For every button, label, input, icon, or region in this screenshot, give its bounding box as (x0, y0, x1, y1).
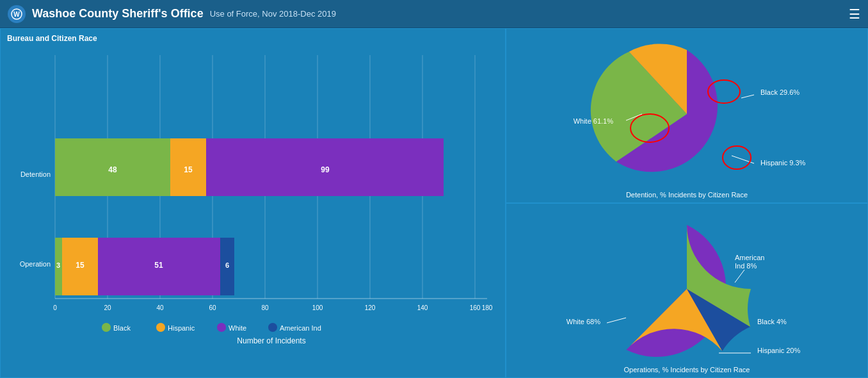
y-label-operation: Operation (20, 260, 51, 268)
legend-black-dot (102, 323, 111, 332)
operations-white-label: White 68% (567, 318, 600, 325)
svg-text:W: W (13, 11, 20, 18)
svg-line-23 (741, 95, 754, 98)
operations-pie-title: Operations, % Incidents by Citizen Race (506, 366, 867, 374)
header: W Washoe County Sheriff's Office Use of … (0, 0, 868, 28)
legend-white-dot (217, 323, 226, 332)
detention-white-label: White 61.1% (574, 117, 614, 125)
svg-text:60: 60 (209, 304, 216, 311)
detention-hispanic-label: 15 (184, 165, 193, 174)
operations-pie-svg: White 68% Hispanic 20% Black 4% American… (514, 206, 860, 375)
logo-icon: W (11, 8, 22, 20)
operations-pie-container: White 68% Hispanic 20% Black 4% American… (506, 203, 868, 378)
page-title: Washoe County Sheriff's Office (32, 7, 204, 21)
operation-amerind-label: 6 (225, 261, 229, 269)
pie-charts-panel: White 61.1% Black 29.6% Hispanic 9.3% De… (506, 28, 868, 378)
svg-text:100: 100 (312, 304, 323, 311)
svg-text:180: 180 (482, 304, 493, 311)
legend-hispanic-label: Hispanic (168, 324, 195, 332)
svg-text:120: 120 (365, 304, 376, 311)
svg-text:160: 160 (470, 304, 481, 311)
legend-white-label: White (229, 324, 246, 332)
svg-line-27 (735, 270, 744, 283)
header-logo: W (8, 5, 26, 23)
bar-chart-title: Bureau and Citizen Race (7, 34, 499, 43)
main-content: Bureau and Citizen Race Detention Operat… (0, 28, 868, 378)
legend-black-label: Black (113, 324, 131, 332)
detention-white-label: 99 (321, 165, 330, 174)
operation-hispanic-label: 15 (76, 261, 84, 270)
operations-hispanic-label: Hispanic 20% (757, 347, 800, 354)
operations-amerind-label: Black 4% (757, 318, 787, 325)
menu-button[interactable]: ☰ (849, 6, 860, 22)
svg-text:80: 80 (261, 304, 269, 311)
detention-pie-title: Detention, % Incidents by Citizen Race (506, 191, 867, 199)
bar-chart-panel: Bureau and Citizen Race Detention Operat… (0, 28, 506, 378)
detention-pie-container: White 61.1% Black 29.6% Hispanic 9.3% De… (506, 28, 868, 203)
operations-black-label: American (735, 254, 764, 261)
svg-text:140: 140 (417, 304, 428, 311)
operations-black-label2: Ind 8% (735, 262, 757, 270)
y-label-detention: Detention (20, 170, 51, 178)
svg-line-25 (607, 318, 626, 323)
detention-pie-svg: White 61.1% Black 29.6% Hispanic 9.3% (514, 31, 860, 201)
legend-amerind-dot (268, 323, 277, 332)
legend-hispanic-dot (156, 323, 165, 332)
page-subtitle: Use of Force, Nov 2018-Dec 2019 (210, 9, 336, 19)
x-axis-label: Number of Incidents (237, 336, 305, 345)
svg-text:20: 20 (104, 304, 111, 311)
bar-chart-svg: Detention Operation 48 15 99 3 15 51 (7, 49, 494, 350)
operation-white-label: 51 (154, 261, 163, 270)
detention-black-label: 48 (108, 165, 117, 174)
svg-text:40: 40 (156, 304, 164, 311)
legend-amerind-label: American Ind (280, 324, 321, 332)
detention-hispanic-label: Hispanic 9.3% (760, 159, 806, 167)
detention-black-label: Black 29.6% (760, 88, 800, 96)
svg-text:0: 0 (53, 304, 57, 311)
operation-black-label: 3 (56, 261, 60, 269)
